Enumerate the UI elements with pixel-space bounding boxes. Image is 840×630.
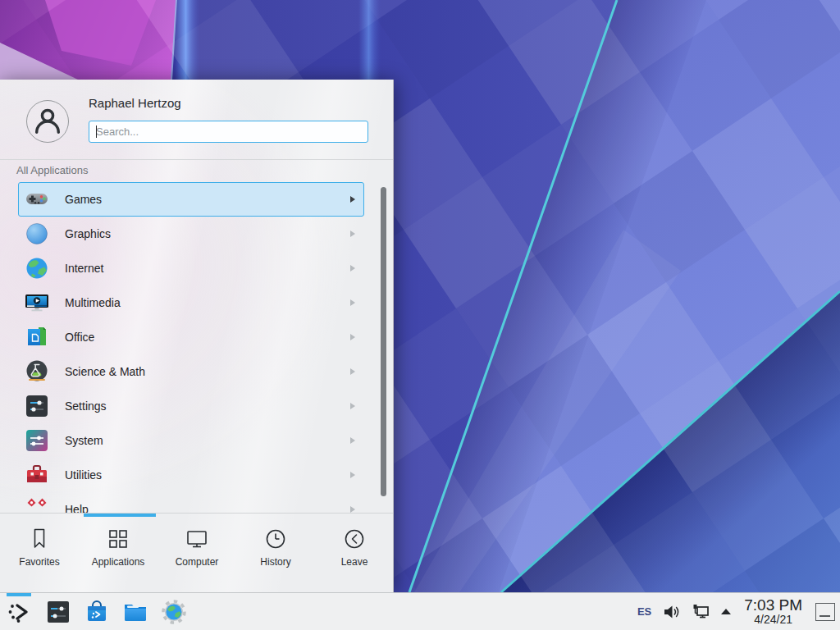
tab-leave[interactable]: Leave — [315, 514, 394, 592]
application-launcher-icon — [6, 598, 34, 626]
favorites-icon — [27, 527, 52, 551]
submenu-arrow-icon — [350, 299, 355, 306]
system-icon — [24, 427, 50, 454]
office-icon — [24, 324, 50, 350]
tab-computer[interactable]: Computer — [158, 514, 236, 592]
submenu-arrow-icon — [350, 196, 355, 203]
app-category-graphics[interactable]: Graphics — [18, 217, 364, 251]
games-icon — [24, 186, 50, 212]
app-category-label: Office — [65, 331, 94, 344]
submenu-arrow-icon — [350, 368, 355, 375]
discover-icon — [83, 598, 111, 626]
submenu-arrow-icon — [350, 506, 355, 513]
app-category-multimedia[interactable]: Multimedia — [18, 285, 364, 320]
launcher-tab-bar: Favorites Applications Computer — [0, 514, 394, 592]
app-category-games[interactable]: Games — [18, 182, 364, 217]
header-divider — [0, 159, 393, 160]
section-label: All Applications — [16, 164, 88, 176]
system-settings-icon — [44, 598, 72, 626]
app-category-label: Science & Math — [65, 365, 145, 378]
applications-icon — [106, 527, 130, 551]
internet-icon — [24, 255, 50, 281]
submenu-arrow-icon — [350, 403, 355, 409]
folder-icon — [121, 598, 149, 626]
computer-icon — [185, 527, 209, 551]
tab-applications[interactable]: Applications — [79, 514, 158, 592]
search-input[interactable] — [89, 121, 368, 142]
application-category-list: Games Graphics — [0, 182, 394, 513]
settings-icon — [24, 393, 50, 419]
utilities-icon — [24, 462, 50, 488]
active-task-indicator — [7, 593, 31, 596]
app-category-settings[interactable]: Settings — [18, 389, 364, 423]
kickoff-launcher-menu: Raphael Hertzog All Applications — [0, 80, 394, 592]
web-browser-icon — [160, 598, 188, 626]
discover-software-center-launcher[interactable] — [83, 598, 111, 626]
web-browser-launcher[interactable] — [160, 598, 188, 626]
app-category-label: System — [65, 434, 103, 447]
application-launcher-button[interactable] — [6, 598, 34, 626]
taskbar-launchers — [0, 593, 188, 630]
app-category-label: Games — [65, 193, 102, 206]
user-icon — [27, 101, 68, 142]
text-cursor — [96, 126, 97, 138]
tab-history[interactable]: History — [236, 514, 315, 592]
app-category-label: Help — [65, 503, 89, 513]
app-category-science-math[interactable]: Science & Math — [18, 354, 364, 389]
app-category-office[interactable]: Office — [18, 320, 364, 354]
launcher-header: Raphael Hertzog — [0, 80, 393, 159]
file-manager-launcher[interactable] — [121, 598, 149, 626]
clock-time: 7:03 PM — [744, 597, 802, 614]
history-icon — [263, 527, 288, 551]
submenu-arrow-icon — [350, 472, 355, 478]
graphics-icon — [24, 221, 50, 247]
list-scrollbar[interactable] — [381, 187, 386, 496]
app-category-help[interactable]: Help — [18, 492, 364, 513]
app-category-system[interactable]: System — [18, 423, 364, 458]
user-name: Raphael Hertzog — [89, 96, 181, 110]
app-category-utilities[interactable]: Utilities — [18, 458, 364, 492]
taskbar-panel: ES 7:03 PM — [0, 592, 840, 630]
clock-date: 4/24/21 — [744, 614, 802, 626]
network-icon[interactable] — [691, 602, 710, 622]
show-desktop-button[interactable] — [815, 603, 835, 621]
keyboard-layout-indicator[interactable]: ES — [637, 605, 651, 618]
app-category-internet[interactable]: Internet — [18, 251, 364, 285]
desktop: Raphael Hertzog All Applications — [0, 0, 840, 630]
submenu-arrow-icon — [350, 231, 355, 237]
submenu-arrow-icon — [350, 437, 355, 444]
science-icon — [24, 358, 50, 385]
volume-icon[interactable] — [662, 603, 680, 621]
app-category-label: Utilities — [65, 468, 102, 482]
show-desktop-glyph — [819, 615, 830, 617]
user-avatar[interactable] — [26, 100, 69, 143]
submenu-arrow-icon — [350, 334, 355, 340]
submenu-arrow-icon — [350, 265, 355, 272]
tab-favorites[interactable]: Favorites — [0, 514, 79, 592]
app-category-label: Internet — [65, 262, 103, 275]
digital-clock[interactable]: 7:03 PM 4/24/21 — [744, 597, 802, 626]
help-icon — [24, 496, 50, 513]
multimedia-icon — [24, 290, 50, 316]
app-category-label: Multimedia — [65, 296, 121, 309]
app-category-label: Graphics — [65, 227, 111, 240]
app-category-label: Settings — [65, 399, 107, 413]
system-tray: ES 7:03 PM — [637, 593, 840, 630]
system-settings-launcher[interactable] — [44, 598, 72, 626]
search-box — [89, 121, 368, 143]
expand-tray-arrow[interactable] — [721, 609, 731, 614]
leave-icon — [342, 527, 367, 551]
